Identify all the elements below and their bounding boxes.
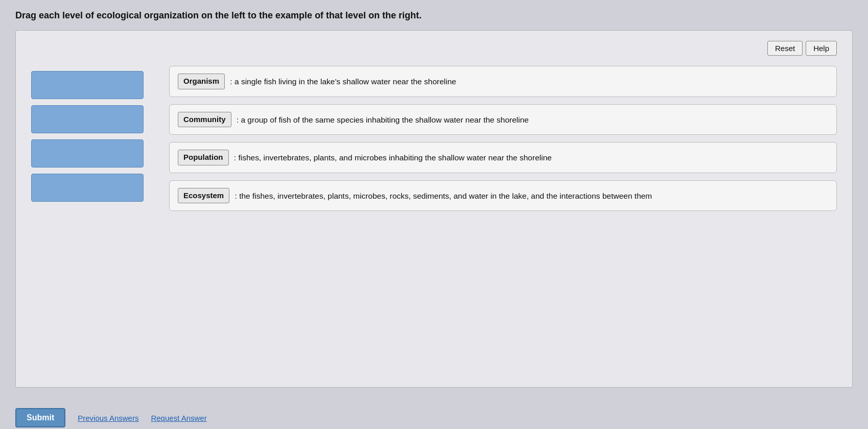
answer-text-ecosystem: : the fishes, invertebrates, plants, mic… xyxy=(235,191,652,200)
submit-button[interactable]: Submit xyxy=(15,408,65,427)
right-panel: Organism : a single fish living in the l… xyxy=(169,66,837,211)
top-buttons: Reset Help xyxy=(31,41,837,56)
reset-button[interactable]: Reset xyxy=(767,41,803,56)
content-area: Organism : a single fish living in the l… xyxy=(31,66,837,211)
answer-box-population[interactable]: Population : fishes, invertebrates, plan… xyxy=(169,142,837,173)
answer-box-ecosystem[interactable]: Ecosystem : the fishes, invertebrates, p… xyxy=(169,180,837,211)
answer-box-organism[interactable]: Organism : a single fish living in the l… xyxy=(169,66,837,97)
level-label-community: Community xyxy=(178,112,231,128)
bottom-bar: Submit Previous Answers Request Answer xyxy=(15,403,853,427)
request-answer-link[interactable]: Request Answer xyxy=(151,414,206,422)
instruction-text: Drag each level of ecological organizati… xyxy=(15,10,853,21)
level-label-ecosystem: Ecosystem xyxy=(178,188,229,204)
answer-text-organism: : a single fish living in the lake’s sha… xyxy=(230,77,456,86)
help-button[interactable]: Help xyxy=(806,41,837,56)
answer-text-population: : fishes, invertebrates, plants, and mic… xyxy=(234,153,552,162)
main-container: Reset Help Organism : a single fish livi… xyxy=(15,30,853,388)
level-label-organism: Organism xyxy=(178,74,225,89)
drag-item-2[interactable] xyxy=(31,105,144,133)
previous-answers-link[interactable]: Previous Answers xyxy=(78,414,138,422)
left-panel xyxy=(31,66,149,202)
drag-item-4[interactable] xyxy=(31,174,144,202)
drag-item-1[interactable] xyxy=(31,71,144,99)
answer-text-community: : a group of fish of the same species in… xyxy=(237,115,529,124)
drag-item-3[interactable] xyxy=(31,139,144,168)
answer-box-community[interactable]: Community : a group of fish of the same … xyxy=(169,104,837,135)
level-label-population: Population xyxy=(178,150,229,165)
